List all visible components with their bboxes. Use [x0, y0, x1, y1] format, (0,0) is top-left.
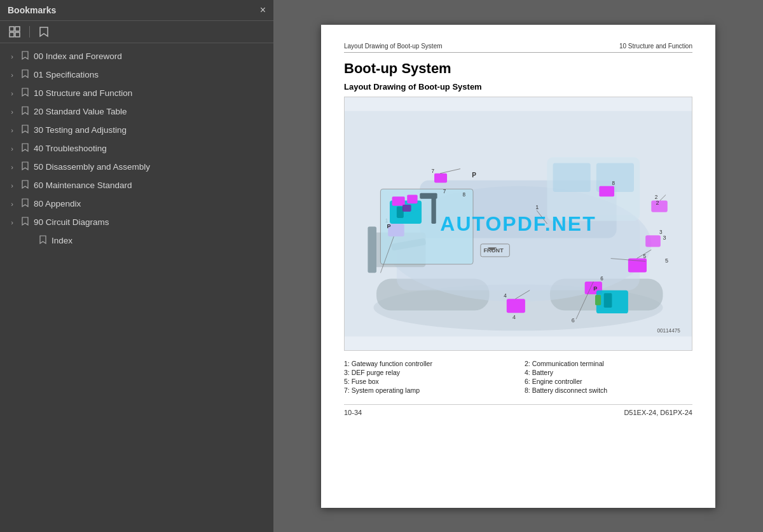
sidebar-item-10[interactable]: ›10 Structure and Function — [0, 84, 273, 102]
bookmark-icon-60 — [22, 180, 29, 191]
main-content: Layout Drawing of Boot-up System 10 Stru… — [273, 0, 763, 532]
svg-text:4: 4 — [504, 293, 507, 299]
page-title: Boot-up System — [344, 60, 692, 77]
svg-text:3: 3 — [659, 229, 663, 235]
svg-rect-42 — [596, 290, 628, 313]
header-right: 10 Structure and Function — [619, 43, 692, 50]
bookmark-icon-01 — [22, 69, 29, 80]
svg-rect-1 — [15, 27, 20, 31]
sidebar-item-label-01: 01 Specifications — [34, 70, 266, 79]
svg-rect-2 — [10, 32, 14, 37]
sidebar-item-50[interactable]: ›50 Disassembly and Assembly — [0, 158, 273, 176]
svg-text:7: 7 — [443, 188, 446, 194]
svg-rect-46 — [651, 200, 667, 212]
toolbar-separator — [29, 26, 30, 38]
sidebar-item-00[interactable]: ›00 Index and Foreword — [0, 47, 273, 65]
svg-text:5: 5 — [665, 257, 668, 263]
page-subtitle: Layout Drawing of Boot-up System — [344, 82, 692, 92]
diagram-svg: 1 7 P 8 — [345, 97, 692, 350]
svg-rect-33 — [432, 194, 436, 224]
bookmark-icon-30 — [22, 125, 29, 135]
svg-text:P: P — [593, 285, 597, 291]
svg-rect-45 — [595, 294, 601, 304]
svg-rect-43 — [604, 293, 612, 308]
footer-page: 10-34 — [344, 409, 362, 416]
bookmark-icon-50 — [22, 161, 29, 172]
bookmark-icon-20 — [22, 106, 29, 117]
sidebar-item-01[interactable]: ›01 Specifications — [0, 65, 273, 84]
diagram-container: 1 7 P 8 — [344, 97, 692, 351]
svg-rect-3 — [15, 32, 20, 37]
legend-item-8: 8: Battery disconnect switch — [525, 386, 692, 394]
bookmark-icon-40 — [22, 143, 29, 154]
svg-text:6: 6 — [600, 276, 603, 282]
bookmark-icon-00 — [22, 51, 29, 62]
svg-rect-49 — [645, 235, 661, 247]
expand-all-button[interactable] — [6, 25, 23, 39]
svg-text:4: 4 — [512, 314, 516, 320]
sidebar-item-label-10: 10 Structure and Function — [34, 88, 266, 98]
svg-rect-24 — [599, 186, 614, 196]
legend: 1: Gateway function controller2: Communi… — [344, 360, 692, 394]
footer-model: D51EX-24, D61PX-24 — [624, 409, 692, 416]
bookmark-icon-idx — [39, 235, 46, 246]
sidebar-item-label-20: 20 Standard Value Table — [34, 107, 266, 116]
sidebar-item-label-80: 80 Appendix — [34, 199, 266, 208]
bookmark-view-button[interactable] — [36, 25, 52, 39]
sidebar-toolbar — [0, 21, 273, 43]
sidebar-item-80[interactable]: ›80 Appendix — [0, 194, 273, 213]
svg-rect-30 — [407, 194, 417, 203]
svg-rect-20 — [434, 173, 447, 182]
svg-rect-0 — [10, 27, 14, 31]
svg-rect-34 — [420, 193, 437, 198]
sidebar-item-40[interactable]: ›40 Troubleshooting — [0, 139, 273, 158]
sidebar-title: Bookmarks — [8, 5, 56, 15]
svg-rect-31 — [402, 204, 411, 211]
close-button[interactable]: × — [260, 5, 266, 15]
legend-item-5: 5: Fuse box — [344, 378, 512, 385]
svg-text:P: P — [472, 172, 476, 179]
sidebar-items: ›00 Index and Foreword›01 Specifications… — [0, 43, 273, 532]
sidebar-item-30[interactable]: ›30 Testing and Adjusting — [0, 121, 273, 139]
page-footer: 10-34 D51EX-24, D61PX-24 — [344, 404, 692, 416]
legend-item-7: 7: System operating lamp — [344, 386, 512, 394]
svg-rect-51 — [507, 299, 525, 313]
bookmark-icon-90 — [22, 217, 29, 228]
legend-item-1: 1: Gateway function controller — [344, 360, 512, 367]
svg-rect-29 — [392, 196, 405, 206]
legend-item-4: 4: Battery — [525, 369, 692, 376]
page-container: Layout Drawing of Boot-up System 10 Stru… — [321, 25, 715, 508]
header-left: Layout Drawing of Boot-up System — [344, 43, 443, 50]
expand-icon-30: › — [8, 126, 17, 134]
sidebar-item-label-idx: Index — [52, 236, 266, 245]
sidebar-item-label-40: 40 Troubleshooting — [34, 144, 266, 153]
expand-icon-50: › — [8, 163, 17, 171]
sidebar-item-20[interactable]: ›20 Standard Value Table — [0, 102, 273, 121]
sidebar: Bookmarks × ›00 Index and Foreword›01 Sp… — [0, 0, 273, 532]
expand-icon-10: › — [8, 90, 17, 97]
svg-rect-12 — [553, 163, 591, 192]
expand-icon-40: › — [8, 145, 17, 153]
legend-item-3: 3: DEF purge relay — [344, 369, 512, 376]
expand-icon-20: › — [8, 108, 17, 116]
svg-text:2: 2 — [656, 199, 659, 205]
svg-text:P: P — [387, 223, 390, 229]
svg-text:1: 1 — [535, 204, 539, 210]
expand-icon-00: › — [8, 53, 17, 60]
sidebar-item-60[interactable]: ›60 Maintenance Standard — [0, 176, 273, 194]
sidebar-item-idx[interactable]: Index — [0, 231, 273, 250]
sidebar-item-90[interactable]: ›90 Circuit Diagrams — [0, 213, 273, 231]
sidebar-item-label-50: 50 Disassembly and Assembly — [34, 162, 266, 172]
expand-icon-90: › — [8, 219, 17, 226]
expand-icon-60: › — [8, 182, 17, 189]
legend-item-2: 2: Communication terminal — [525, 360, 692, 367]
svg-text:7: 7 — [432, 168, 435, 174]
sidebar-item-label-00: 00 Index and Foreword — [34, 51, 266, 61]
svg-rect-15 — [368, 226, 376, 273]
expand-icon-80: › — [8, 200, 17, 208]
expand-icon-01: › — [8, 71, 17, 79]
sidebar-item-label-60: 60 Maintenance Standard — [34, 181, 266, 190]
svg-text:6: 6 — [572, 317, 575, 323]
bookmark-icon-80 — [22, 198, 29, 209]
legend-item-6: 6: Engine controller — [525, 378, 692, 385]
